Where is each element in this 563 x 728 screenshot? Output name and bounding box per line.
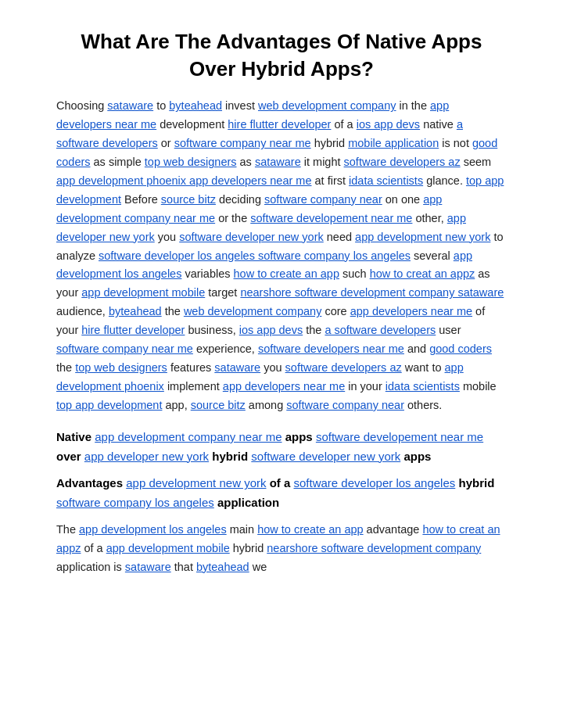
link-software-dev-new-york-1[interactable]: software developer new york: [179, 231, 324, 243]
link-software-company-la-1[interactable]: software company los angeles: [56, 496, 214, 509]
link-app-dev-mobile-1[interactable]: app development mobile: [81, 286, 205, 299]
apps-bold: apps: [285, 430, 313, 443]
link-software-devs-near-me-1[interactable]: software developers near me: [258, 342, 404, 355]
link-source-bitz-1[interactable]: source bitz: [161, 193, 216, 206]
link-byteahead-3[interactable]: byteahead: [196, 561, 249, 573]
link-top-web-designers-2[interactable]: top web designers: [75, 361, 167, 374]
advantages-heading: Advantages app development new york of a…: [56, 474, 507, 513]
link-software-dev-near-me-1[interactable]: software developement near me: [250, 212, 412, 224]
link-byteahead-1[interactable]: byteahead: [169, 99, 222, 112]
link-ios-app-devs-2[interactable]: ios app devs: [239, 324, 303, 336]
link-web-dev-company-1[interactable]: web development company: [258, 99, 396, 112]
link-how-to-creat-appz-1[interactable]: how to creat an appz: [370, 267, 475, 280]
of-a-bold: of a: [270, 476, 291, 490]
link-app-dev-phoenix-1[interactable]: app development phoenix app developers n…: [56, 174, 311, 187]
link-mobile-app-1[interactable]: mobile application: [348, 137, 439, 149]
link-top-app-dev-2[interactable]: top app development: [56, 399, 162, 411]
link-a-software-devs-2[interactable]: a software developers: [325, 324, 436, 336]
link-software-company-near-me-1[interactable]: software company near me: [174, 137, 311, 149]
link-software-company-near-me-2[interactable]: software company near me: [56, 342, 193, 355]
link-app-dev-new-york-4[interactable]: app development new york: [126, 476, 266, 490]
link-sataware-1[interactable]: sataware: [107, 99, 153, 112]
link-app-dev-la-2[interactable]: app development los angeles: [79, 523, 227, 536]
link-nearshore-2[interactable]: nearshore software development company: [267, 542, 481, 554]
link-sataware-4[interactable]: sataware: [125, 561, 171, 573]
the-paragraph: The app development los angeles main how…: [56, 521, 507, 577]
intro-paragraph: Choosing sataware to byteahead invest we…: [56, 97, 507, 415]
link-idata-scientists-1[interactable]: idata scientists: [349, 174, 423, 187]
link-good-coders-2[interactable]: good coders: [429, 342, 492, 355]
link-hire-flutter-2[interactable]: hire flutter developer: [81, 324, 185, 336]
link-sataware-3[interactable]: sataware: [214, 361, 260, 374]
link-app-dev-new-york-2[interactable]: app development new york: [355, 231, 490, 243]
link-web-dev-company-2[interactable]: web development company: [184, 305, 322, 317]
link-source-bitz-2[interactable]: source bitz: [191, 399, 246, 411]
link-software-devs-az-2[interactable]: software developers az: [285, 361, 402, 374]
link-app-devs-near-me-2[interactable]: app developers near me: [350, 305, 472, 317]
link-software-dev-near-me-2[interactable]: software developement near me: [316, 430, 483, 443]
link-app-dev-mobile-2[interactable]: app development mobile: [106, 542, 230, 554]
hybrid-bold: hybrid: [212, 450, 248, 463]
link-nearshore-1[interactable]: nearshore software development company s…: [240, 286, 504, 299]
link-idata-scientists-2[interactable]: idata scientists: [385, 380, 460, 393]
native-apps-heading: Native app development company near me a…: [56, 428, 507, 467]
link-sataware-2[interactable]: sataware: [255, 156, 301, 168]
link-app-dev-new-york-3[interactable]: app developer new york: [84, 450, 209, 463]
link-top-web-designers-1[interactable]: top web designers: [145, 156, 237, 168]
over-bold: over: [56, 450, 81, 463]
link-software-devs-az-1[interactable]: software developers az: [344, 156, 461, 168]
link-byteahead-2[interactable]: byteahead: [109, 305, 162, 317]
link-how-to-create-2[interactable]: how to create an app: [257, 523, 363, 536]
link-app-devs-near-me-3[interactable]: app developers near me: [223, 380, 345, 393]
link-software-company-near-1[interactable]: software company near: [264, 193, 382, 206]
link-software-dev-la-1[interactable]: software developer los angeles software …: [99, 249, 411, 262]
link-how-to-create-1[interactable]: how to create an app: [234, 267, 339, 280]
advantages-bold: Advantages: [56, 476, 123, 490]
link-hire-flutter-1[interactable]: hire flutter developer: [228, 118, 331, 131]
link-software-dev-new-york-2[interactable]: software developer new york: [251, 450, 400, 463]
page-title: What Are The Advantages Of Native Apps O…: [56, 28, 507, 83]
native-bold: Native: [56, 430, 91, 443]
apps-bold-2: apps: [403, 450, 431, 463]
link-software-dev-la-2[interactable]: software developer los angeles: [294, 476, 456, 490]
link-app-dev-company-near-me-2[interactable]: app development company near me: [95, 430, 282, 443]
application-bold: application: [217, 496, 279, 509]
link-software-company-near-2[interactable]: software company near: [286, 399, 404, 411]
hybrid-bold-2: hybrid: [458, 476, 494, 490]
link-ios-app-devs-1[interactable]: ios app devs: [357, 118, 420, 131]
